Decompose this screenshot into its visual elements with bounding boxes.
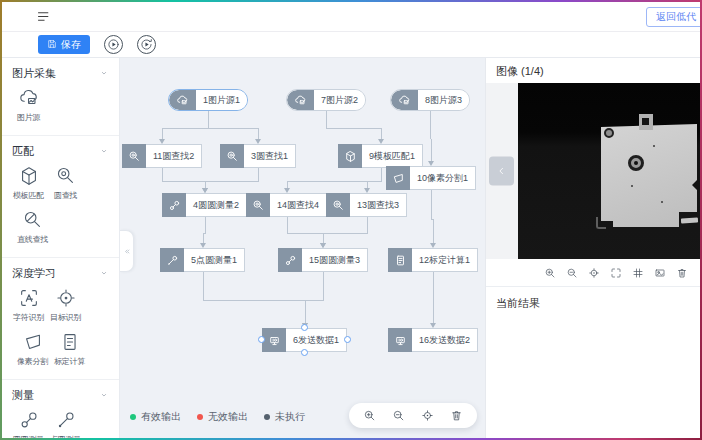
run-button[interactable] bbox=[104, 35, 123, 54]
fixture-bracket bbox=[596, 217, 606, 229]
app-window: 返回低代 保存 图片采集图片源匹配模板匹配圆查找直线查找深度学习字符识别目标识别… bbox=[2, 2, 700, 438]
section-header[interactable]: 图片采集 bbox=[12, 63, 109, 83]
zoom-in-button[interactable] bbox=[544, 267, 556, 279]
flow-node-n16[interactable]: 16发送数据2 bbox=[388, 328, 478, 352]
chevron-down-icon bbox=[99, 390, 109, 400]
run-continuous-button[interactable] bbox=[137, 35, 156, 54]
legend-dot bbox=[130, 414, 136, 420]
node-port[interactable] bbox=[344, 336, 351, 343]
tool-ocr[interactable]: 字符识别 bbox=[12, 287, 45, 323]
calc-icon bbox=[59, 331, 81, 353]
cloud-image-icon bbox=[18, 87, 40, 109]
flow-node-n12[interactable]: 12标定计算1 bbox=[388, 248, 478, 272]
flow-node-n14[interactable]: 14圆查找4 bbox=[246, 193, 327, 217]
menu-icon[interactable] bbox=[36, 9, 51, 24]
send-icon bbox=[262, 328, 286, 352]
locate-button[interactable] bbox=[588, 267, 600, 279]
tool-sidebar: 图片采集图片源匹配模板匹配圆查找直线查找深度学习字符识别目标识别像素分割标定计算… bbox=[2, 58, 120, 438]
tool-label: 像素分割 bbox=[17, 356, 48, 367]
save-label: 保存 bbox=[61, 38, 81, 52]
trash-button[interactable] bbox=[450, 409, 463, 422]
tool-label: 目标识别 bbox=[50, 312, 81, 323]
section-title: 测量 bbox=[12, 388, 34, 403]
tool-calc[interactable]: 标定计算 bbox=[53, 331, 86, 367]
tool-measure-cc[interactable]: 圆圆测量 bbox=[12, 409, 45, 438]
image-toolbar bbox=[486, 259, 700, 286]
section-header[interactable]: 测量 bbox=[12, 385, 109, 405]
flow-node-n1[interactable]: 1图片源1 bbox=[168, 89, 248, 111]
window-frame: 返回低代 保存 图片采集图片源匹配模板匹配圆查找直线查找深度学习字符识别目标识别… bbox=[0, 0, 702, 440]
node-label: 10像素分割1 bbox=[410, 166, 476, 190]
flow-node-n11[interactable]: 11圆查找2 bbox=[122, 144, 202, 168]
measure-cc-icon bbox=[278, 248, 302, 272]
flow-node-n15[interactable]: 15圆圆测量3 bbox=[278, 248, 368, 272]
flow-node-n7[interactable]: 7图片源2 bbox=[286, 89, 366, 111]
flow-node-n13[interactable]: 13圆查找3 bbox=[326, 193, 407, 217]
node-label: 1图片源1 bbox=[196, 90, 247, 110]
ocr-icon bbox=[18, 287, 40, 309]
node-label: 4圆圆测量2 bbox=[186, 193, 247, 217]
tool-label: 图片源 bbox=[17, 112, 40, 123]
flow-canvas[interactable]: 1图片源17图片源28图片源311圆查找23圆查找19模板匹配110像素分割14… bbox=[120, 58, 485, 438]
fullscreen-button[interactable] bbox=[610, 267, 622, 279]
plate-screw bbox=[604, 128, 614, 138]
flow-node-n9[interactable]: 9模板匹配1 bbox=[338, 144, 423, 168]
flow-node-n10[interactable]: 10像素分割1 bbox=[386, 166, 476, 190]
tool-label: 模板匹配 bbox=[13, 190, 44, 201]
section-title: 深度学习 bbox=[12, 266, 56, 281]
zoom-out-button[interactable] bbox=[392, 409, 405, 422]
tool-label: 点圆测量 bbox=[50, 434, 81, 438]
node-port[interactable] bbox=[301, 324, 308, 331]
back-to-lowcode-button[interactable]: 返回低代 bbox=[646, 7, 700, 27]
tool-measure-pc[interactable]: 点圆测量 bbox=[49, 409, 82, 438]
measure-cc-icon bbox=[162, 193, 186, 217]
sidebar-section-2: 深度学习字符识别目标识别像素分割标定计算 bbox=[2, 257, 119, 379]
tool-label: 字符识别 bbox=[13, 312, 44, 323]
node-label: 6发送数据1 bbox=[286, 328, 347, 352]
flow-node-n8[interactable]: 8图片源3 bbox=[390, 89, 470, 111]
viewer-nav-strip bbox=[486, 83, 518, 259]
node-label: 9模板匹配1 bbox=[362, 144, 423, 168]
sidebar-collapse-handle[interactable] bbox=[120, 230, 134, 272]
target-icon bbox=[55, 287, 77, 309]
measure-pc-icon bbox=[55, 409, 77, 431]
flow-node-n6[interactable]: 6发送数据1 bbox=[262, 328, 347, 352]
zoom-out-button[interactable] bbox=[566, 267, 578, 279]
preview-image bbox=[518, 83, 700, 259]
toolbar: 保存 bbox=[2, 32, 700, 58]
flow-node-n4[interactable]: 4圆圆测量2 bbox=[162, 193, 247, 217]
node-label: 7图片源2 bbox=[314, 90, 365, 110]
node-port[interactable] bbox=[258, 336, 265, 343]
legend-item: 未执行 bbox=[264, 410, 305, 424]
snapshot-button[interactable] bbox=[654, 267, 666, 279]
tool-label: 直线查找 bbox=[17, 234, 48, 245]
tool-circle-find[interactable]: 圆查找 bbox=[49, 165, 82, 201]
flow-node-n3[interactable]: 3圆查找1 bbox=[220, 144, 296, 168]
measure-cc-icon bbox=[18, 409, 40, 431]
tool-cloud-image[interactable]: 图片源 bbox=[12, 87, 45, 123]
plate-dot bbox=[653, 145, 655, 147]
tool-line-find[interactable]: 直线查找 bbox=[16, 209, 49, 245]
locate-button[interactable] bbox=[421, 409, 434, 422]
zoom-in-button[interactable] bbox=[363, 409, 376, 422]
node-label: 14圆查找4 bbox=[270, 193, 327, 217]
measure-pc-icon bbox=[160, 248, 184, 272]
cloud-image-icon bbox=[169, 90, 196, 110]
tool-segment[interactable]: 像素分割 bbox=[16, 331, 49, 367]
section-title: 图片采集 bbox=[12, 66, 56, 81]
grid-button[interactable] bbox=[632, 267, 644, 279]
section-header[interactable]: 匹配 bbox=[12, 141, 109, 161]
node-label: 11圆查找2 bbox=[146, 144, 202, 168]
save-button[interactable]: 保存 bbox=[38, 35, 90, 54]
flow-node-n5[interactable]: 5点圆测量1 bbox=[160, 248, 245, 272]
main-area: 图片采集图片源匹配模板匹配圆查找直线查找深度学习字符识别目标识别像素分割标定计算… bbox=[2, 58, 700, 438]
chevron-down-icon bbox=[99, 68, 109, 78]
tool-cube[interactable]: 模板匹配 bbox=[12, 165, 45, 201]
sidebar-section-1: 匹配模板匹配圆查找直线查找 bbox=[2, 135, 119, 257]
node-label: 16发送数据2 bbox=[412, 328, 478, 352]
prev-image-button[interactable] bbox=[489, 157, 514, 186]
node-port[interactable] bbox=[301, 349, 308, 356]
section-header[interactable]: 深度学习 bbox=[12, 263, 109, 283]
trash-button[interactable] bbox=[676, 267, 688, 279]
tool-target[interactable]: 目标识别 bbox=[49, 287, 82, 323]
